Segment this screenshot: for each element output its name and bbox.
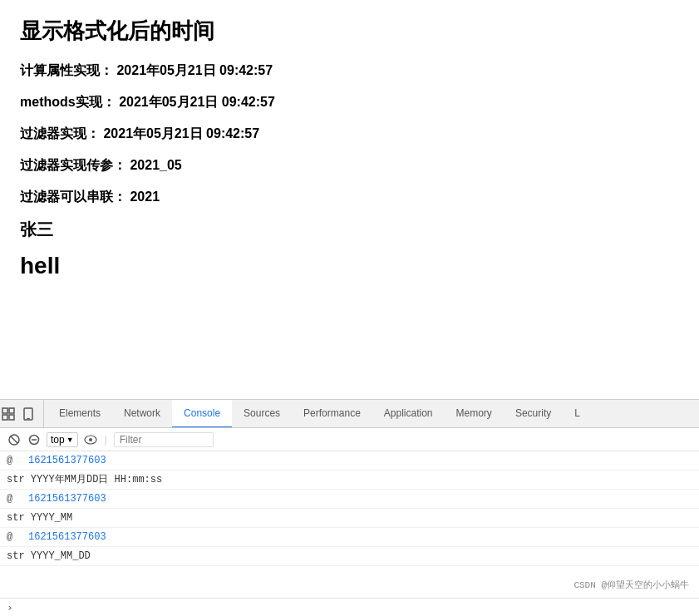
console-line-5: @ 1621561377603 — [0, 528, 699, 547]
stop-icon[interactable] — [27, 432, 42, 447]
filter-chain-line: 过滤器可以串联： 2021 — [20, 187, 679, 207]
tab-memory[interactable]: Memory — [445, 400, 504, 428]
eye-icon[interactable] — [83, 432, 98, 447]
svg-rect-1 — [9, 408, 14, 413]
console-text-6: str YYYY_MM_DD — [7, 549, 91, 564]
console-link-5[interactable]: 1621561377603 — [28, 530, 106, 545]
console-text-4: str YYYY_MM — [7, 510, 72, 525]
console-line-3: @ 1621561377603 — [0, 490, 699, 509]
svg-rect-0 — [2, 408, 7, 413]
watermark: CSDN @仰望天空的小小蜗牛 — [573, 579, 689, 591]
filter-line: 过滤器实现： 2021年05月21日 09:42:57 — [20, 124, 679, 144]
tab-elements[interactable]: Elements — [47, 400, 112, 428]
main-content: 显示格式化后的时间 计算属性实现： 2021年05月21日 09:42:57 m… — [0, 0, 699, 399]
svg-rect-2 — [2, 415, 7, 420]
separator: | — [105, 434, 107, 446]
computed-label: 计算属性实现： — [20, 63, 113, 77]
console-line-2: str YYYY年MM月DD日 HH:mm:ss — [0, 471, 699, 490]
tab-network[interactable]: Network — [112, 400, 172, 428]
tab-application[interactable]: Application — [372, 400, 445, 428]
console-at-3: @ — [7, 491, 23, 506]
svg-rect-4 — [24, 408, 32, 420]
console-at-5: @ — [7, 530, 23, 545]
devtools-panel: Elements Network Console Sources Perform… — [0, 399, 699, 616]
hell-display: hell — [20, 253, 679, 279]
inspect-icon[interactable] — [0, 406, 17, 422]
filter-chain-label: 过滤器可以串联： — [20, 190, 126, 204]
methods-line: methods实现： 2021年05月21日 09:42:57 — [20, 92, 679, 112]
console-toolbar: top ▼ | — [0, 428, 699, 451]
top-label: top — [51, 434, 65, 446]
devtools-tabs-bar: Elements Network Console Sources Perform… — [0, 400, 699, 428]
svg-line-7 — [11, 436, 17, 443]
svg-rect-3 — [9, 415, 14, 420]
device-icon[interactable] — [20, 406, 37, 422]
tab-console[interactable]: Console — [172, 400, 232, 428]
filter-param-label: 过滤器实现传参： — [20, 158, 126, 172]
top-context-select[interactable]: top ▼ — [47, 432, 78, 447]
console-line-1: @ 1621561377603 — [0, 451, 699, 471]
tab-security[interactable]: Security — [504, 400, 563, 428]
console-line-6: str YYYY_MM_DD — [0, 547, 699, 566]
filter-param-value: 2021_05 — [130, 158, 181, 172]
console-at-1: @ — [7, 453, 23, 468]
chevron-down-icon: ▼ — [66, 436, 74, 444]
filter-label: 过滤器实现： — [20, 126, 100, 140]
console-prompt-row: › — [0, 598, 699, 616]
console-chevron-icon: › — [7, 601, 13, 614]
tab-more[interactable]: L — [563, 400, 592, 428]
computed-value: 2021年05月21日 09:42:57 — [116, 63, 273, 77]
console-output: @ 1621561377603 str YYYY年MM月DD日 HH:mm:ss… — [0, 451, 699, 598]
filter-input[interactable] — [114, 432, 214, 447]
devtools-left-icons — [0, 400, 44, 427]
name-display: 张三 — [20, 219, 679, 241]
filter-param-line: 过滤器实现传参： 2021_05 — [20, 155, 679, 175]
tab-performance[interactable]: Performance — [292, 400, 372, 428]
methods-value: 2021年05月21日 09:42:57 — [119, 95, 275, 109]
svg-point-11 — [89, 438, 92, 441]
svg-rect-5 — [27, 418, 30, 419]
computed-line: 计算属性实现： 2021年05月21日 09:42:57 — [20, 61, 679, 81]
clear-console-button[interactable] — [7, 432, 22, 447]
page-title: 显示格式化后的时间 — [20, 17, 679, 46]
tab-sources[interactable]: Sources — [232, 400, 292, 428]
console-link-1[interactable]: 1621561377603 — [28, 453, 106, 468]
methods-label: methods实现： — [20, 95, 116, 109]
console-line-4: str YYYY_MM — [0, 509, 699, 528]
console-link-3[interactable]: 1621561377603 — [28, 491, 106, 506]
filter-value: 2021年05月21日 09:42:57 — [103, 126, 259, 140]
filter-chain-value: 2021 — [130, 190, 160, 204]
console-text-2: str YYYY年MM月DD日 HH:mm:ss — [7, 472, 162, 487]
